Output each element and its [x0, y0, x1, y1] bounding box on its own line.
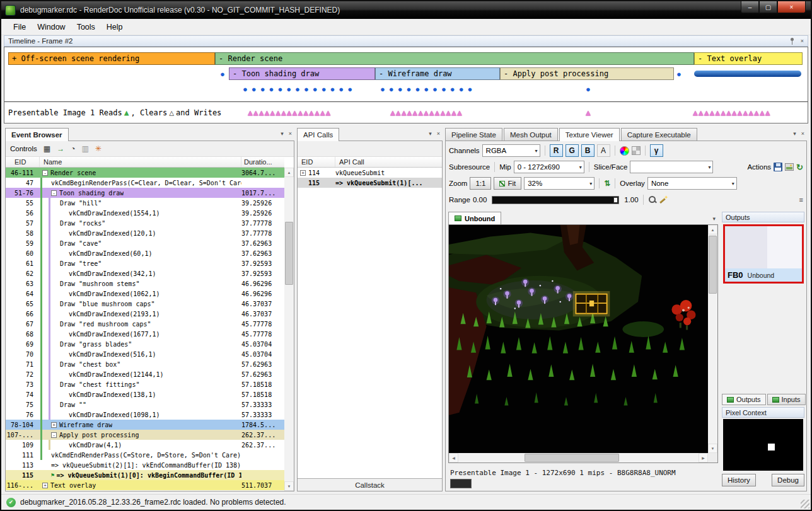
toon-draw-dots[interactable]: ●●●●●●●●●●●●● [243, 85, 356, 93]
vkCmdEndRenderPass(C=Store, D=Store, S=Don't Care)[interactable]: 111 vkCmdEndRenderPass(C=Store, D=Store,… [6, 450, 284, 460]
Draw "rocks"[interactable]: 57 Draw "rocks" 37.77778 [6, 218, 284, 228]
titlebar[interactable]: debugmarker.rdc - RenderDoc Unofficial r… [1, 1, 811, 19]
timeline-section-post-processing[interactable]: - Apply post processing [500, 67, 674, 80]
scroll-right-icon[interactable]: ▶ [699, 453, 708, 462]
vkCmdDrawIndexed(1554,1)[interactable]: 56 vkCmdDrawIndexed(1554,1) 39.25926 [6, 208, 284, 218]
scroll-down-icon[interactable]: ▼ [708, 444, 717, 453]
=> vkQueueSubmit(2)[1]: vkEndCommandBuffer(ID 138)[interactable]: 113 => vkQueueSubmit(2)[1]: vkEndCommand… [6, 460, 284, 470]
timeline-section-text-overlay[interactable]: - Text overlay [694, 52, 803, 65]
debug-button[interactable]: Debug [772, 474, 804, 486]
scroll-up-icon[interactable]: ▲ [284, 168, 294, 177]
gamma-button[interactable]: γ [650, 144, 663, 157]
tree-expander[interactable]: - [51, 190, 57, 196]
channel-green-button[interactable]: G [566, 144, 579, 157]
vkCmdDrawIndexed(1677,1)[interactable]: 68 vkCmdDrawIndexed(1677,1) 45.77778 [6, 329, 284, 339]
draw-marker-dot[interactable]: ● [676, 70, 682, 78]
scrollbar-thumb[interactable] [285, 222, 293, 285]
tab-api-calls[interactable]: API Calls [297, 128, 339, 141]
texture-viewport[interactable]: ▲ ▼ ◀ ▶ [448, 224, 718, 463]
tab-outputs[interactable]: Outputs [722, 394, 766, 405]
column-eid[interactable]: EID [6, 157, 40, 167]
timeline-header[interactable]: Timeline - Frame #2 × [4, 35, 808, 47]
timeline-section-offscreen[interactable]: + Off-screen scene rendering [8, 52, 215, 65]
timeline-section-render-scene[interactable]: - Render scene [215, 52, 694, 65]
texture-list-dropdown-icon[interactable]: ▾ [712, 215, 716, 222]
viewport-hscrollbar[interactable]: ◀ ▶ [449, 453, 708, 462]
api-call-row[interactable]: +114 vkQueueSubmit [298, 168, 442, 178]
Toon shading draw[interactable]: 51-76 -Toon shading draw 1017.7... [6, 188, 284, 198]
range-slider[interactable] [492, 196, 619, 204]
overlay-dropdown[interactable]: None▾ [647, 177, 737, 190]
Draw "cave"[interactable]: 59 Draw "cave" 37.62963 [6, 238, 284, 248]
panel-close-icon[interactable]: × [801, 130, 804, 137]
browse-icon[interactable]: ▦ [44, 145, 50, 152]
slice-face-dropdown[interactable]: ▾ [630, 161, 713, 173]
tree-expander[interactable]: + [300, 170, 306, 176]
tab-inputs[interactable]: Inputs [767, 394, 806, 405]
goto-eid-icon[interactable]: → [57, 145, 64, 152]
fb0-preview[interactable] [725, 226, 802, 268]
vkCmdDrawIndexed(516,1)[interactable]: 70 vkCmdDrawIndexed(516,1) 45.03704 [6, 349, 284, 359]
panel-tab[interactable]: Mesh Output [504, 128, 558, 141]
flip-y-icon[interactable]: ⇅ [604, 179, 610, 188]
tree-expander[interactable]: + [51, 422, 57, 428]
panel-menu-icon[interactable]: ▾ [793, 130, 796, 137]
scrollbar-thumb[interactable] [525, 454, 619, 462]
vkCmdDrawIndexed(120,1)[interactable]: 58 vkCmdDrawIndexed(120,1) 37.77778 [6, 228, 284, 238]
post-draw-dot[interactable]: ● [586, 85, 591, 93]
mip-dropdown[interactable]: 0 - 1272x690▾ [514, 161, 584, 173]
zoom-fit-button[interactable]: Fit [494, 177, 521, 190]
tree-expander[interactable]: - [51, 432, 57, 438]
export-texture-icon[interactable] [785, 163, 794, 171]
Draw "chest fittings"[interactable]: 73 Draw "chest fittings" 57.18518 [6, 379, 284, 389]
Draw "mushroom stems"[interactable]: 63 Draw "mushroom stems" 46.96296 [6, 278, 284, 289]
vkCmdDrawIndexed(60,1)[interactable]: 60 vkCmdDrawIndexed(60,1) 37.62963 [6, 248, 284, 258]
panel-menu-icon[interactable]: ▾ [429, 130, 432, 137]
write-markers[interactable]: ▲ [586, 108, 591, 117]
timeline-section-toon-shading[interactable]: - Toon shading draw [229, 67, 375, 80]
output-thumbnail-fb0[interactable]: FB0 Unbound [723, 224, 804, 284]
write-markers[interactable]: ▲▲▲▲▲▲▲▲▲▲▲▲▲▲▲ [248, 108, 331, 117]
timeline-section-wireframe[interactable]: - Wireframe draw [375, 67, 500, 80]
channels-dropdown[interactable]: RGBA▾ [482, 144, 540, 157]
wireframe-draw-dots[interactable]: ●●●●●●●●●●● [380, 85, 476, 93]
hsv-wheel-icon[interactable] [620, 146, 629, 156]
history-button[interactable]: History [722, 474, 756, 486]
refresh-icon[interactable]: ↻ [796, 163, 803, 172]
panel-tab[interactable]: Pipeline State [445, 128, 502, 141]
tree-expander[interactable]: + [42, 483, 48, 488]
Apply post processing[interactable]: 107-... -Apply post processing 262.37... [6, 430, 284, 440]
time-durations-icon[interactable]: ◔ [71, 145, 75, 152]
Draw "tree"[interactable]: 61 Draw "tree" 37.92593 [6, 258, 284, 268]
save-texture-icon[interactable] [774, 163, 782, 171]
autofit-range-icon[interactable] [659, 195, 668, 204]
menu-item[interactable]: Window [32, 20, 71, 34]
tab-event-browser[interactable]: Event Browser [5, 128, 69, 141]
write-markers[interactable]: ▲▲▲▲▲▲▲▲▲▲▲▲▲▲ [693, 108, 771, 117]
panel-close-icon[interactable]: × [289, 130, 292, 137]
scroll-up-icon[interactable]: ▲ [708, 225, 717, 234]
vkCmdDraw(4,1)[interactable]: 109 vkCmdDraw(4,1) 262.37... [6, 440, 284, 450]
scroll-left-icon[interactable]: ◀ [449, 453, 458, 462]
column-api-call[interactable]: API Call [335, 157, 442, 167]
vkCmdDrawIndexed(2193,1)[interactable]: 66 vkCmdDrawIndexed(2193,1) 46.37037 [6, 309, 284, 319]
Draw ""[interactable]: 75 Draw "" 57.33333 [6, 399, 284, 410]
range-handle[interactable] [613, 197, 618, 203]
=> vkQueueSubmit(1)[0]: vkBeginCommandBuffer(ID 1...[interactable]: 115 => vkQueueSubmit(1)[0]: vkBeginComma… [6, 470, 284, 480]
vkCmdDrawIndexed(1098,1)[interactable]: 76 vkCmdDrawIndexed(1098,1) 57.33333 [6, 410, 284, 420]
menu-item[interactable]: Tools [71, 20, 101, 34]
panel-tab[interactable]: Capture Executable [621, 128, 697, 141]
stats-icon[interactable]: ▥ [81, 145, 88, 152]
vkCmdBeginRenderPass(C=Clear, D=Clear, S=Don't Care)[interactable]: 47 vkCmdBeginRenderPass(C=Clear, D=Clear… [6, 178, 284, 188]
maximize-button[interactable]: ▢ [759, 1, 777, 13]
panel-tab[interactable]: Texture Viewer [559, 128, 620, 141]
viewport-vscrollbar[interactable]: ▲ ▼ [708, 225, 717, 453]
menu-item[interactable]: Help [101, 20, 129, 34]
vkCmdDrawIndexed(138,1)[interactable]: 74 vkCmdDrawIndexed(138,1) 57.18518 [6, 389, 284, 399]
channel-red-button[interactable]: R [550, 144, 563, 157]
Draw "blue mushroom caps"[interactable]: 65 Draw "blue mushroom caps" 46.37037 [6, 299, 284, 309]
column-name[interactable]: Name [40, 157, 241, 167]
scroll-down-icon[interactable]: ▼ [284, 481, 294, 491]
zoom-1-1-button[interactable]: 1:1 [470, 177, 491, 190]
vkCmdDrawIndexed(12144,1)[interactable]: 72 vkCmdDrawIndexed(12144,1) 57.62963 [6, 369, 284, 379]
